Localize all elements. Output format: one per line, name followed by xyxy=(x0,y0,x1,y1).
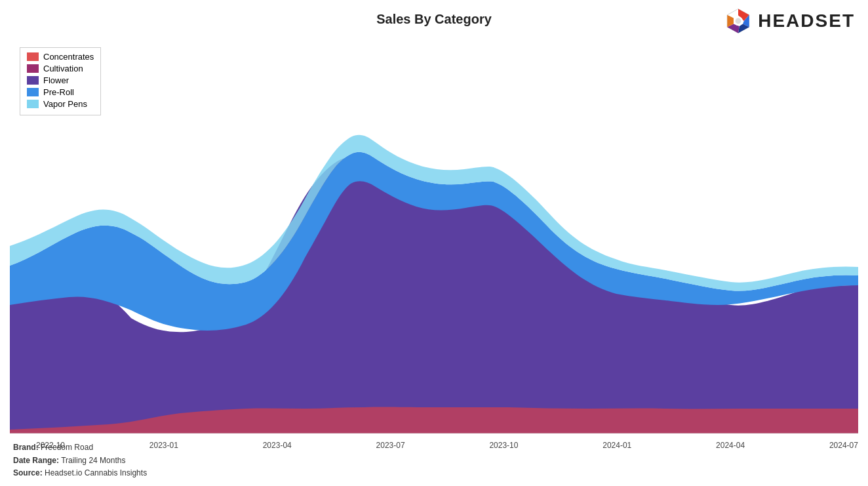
x-label-6: 2024-04 xyxy=(716,441,745,450)
legend-color-preroll xyxy=(27,88,39,96)
x-label-4: 2023-10 xyxy=(489,441,518,450)
source-label: Source: xyxy=(13,468,43,477)
legend-item-flower: Flower xyxy=(27,75,94,85)
x-label-3: 2023-07 xyxy=(376,441,405,450)
brand-label: Brand: xyxy=(13,443,39,452)
x-label-5: 2024-01 xyxy=(602,441,631,450)
legend-color-concentrates xyxy=(27,52,39,61)
x-axis-labels: 2022-10 2023-01 2023-04 2023-07 2023-10 … xyxy=(36,441,858,450)
legend-label-cultivation: Cultivation xyxy=(43,64,83,73)
legend-color-cultivation xyxy=(27,64,39,73)
footer-date-range: Date Range: Trailing 24 Months xyxy=(13,455,147,467)
legend-item-vapor-pens: Vapor Pens xyxy=(27,99,94,109)
x-label-2: 2023-04 xyxy=(263,441,292,450)
chart-title: Sales By Category xyxy=(0,12,868,27)
legend-label-vapor-pens: Vapor Pens xyxy=(43,99,87,109)
legend-color-flower xyxy=(27,76,39,85)
chart-legend: Concentrates Cultivation Flower Pre-Roll… xyxy=(20,47,101,115)
brand-value: Freedom Road xyxy=(41,443,93,452)
chart-container: HEADSET Sales By Category Concentrates C… xyxy=(0,0,868,486)
chart-svg xyxy=(10,43,858,434)
footer-source: Source: Headset.io Cannabis Insights xyxy=(13,467,147,479)
footer-brand: Brand: Freedom Road xyxy=(13,441,147,454)
source-value: Headset.io Cannabis Insights xyxy=(45,468,147,477)
legend-item-preroll: Pre-Roll xyxy=(27,87,94,97)
footer-info: Brand: Freedom Road Date Range: Trailing… xyxy=(13,441,147,479)
legend-label-flower: Flower xyxy=(43,75,69,85)
date-range-label: Date Range: xyxy=(13,456,59,465)
legend-label-preroll: Pre-Roll xyxy=(43,87,74,97)
date-range-value: Trailing 24 Months xyxy=(61,456,125,465)
x-label-1: 2023-01 xyxy=(149,441,178,450)
chart-area xyxy=(10,43,858,434)
legend-label-concentrates: Concentrates xyxy=(43,52,94,62)
legend-item-cultivation: Cultivation xyxy=(27,64,94,73)
x-label-7: 2024-07 xyxy=(829,441,858,450)
legend-item-concentrates: Concentrates xyxy=(27,52,94,62)
legend-color-vapor-pens xyxy=(27,100,39,108)
